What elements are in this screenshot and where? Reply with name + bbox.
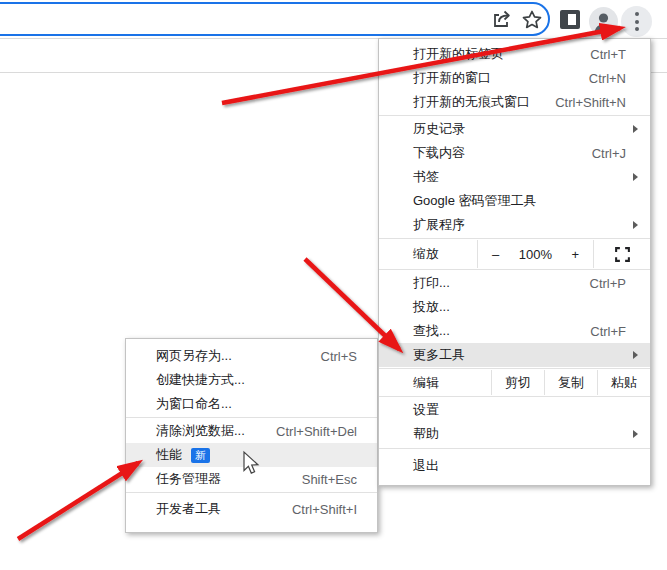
menu-item-label: 清除浏览数据... xyxy=(156,422,245,440)
menu-item-label: 扩展程序 xyxy=(413,216,465,234)
menu-item-label: 创建快捷方式... xyxy=(156,371,245,389)
menu-item-print[interactable]: 打印... Ctrl+P xyxy=(379,271,650,295)
menu-item-label: 打开新的窗口 xyxy=(413,69,491,87)
fullscreen-button[interactable] xyxy=(594,240,650,268)
menu-item-shortcut: Ctrl+Shift+I xyxy=(292,502,357,517)
menu-item-create-shortcut[interactable]: 创建快捷方式... xyxy=(126,368,377,392)
submenu-arrow-icon xyxy=(633,351,638,359)
menu-item-save-page[interactable]: 网页另存为... Ctrl+S xyxy=(126,344,377,368)
menu-separator xyxy=(379,238,650,239)
zoom-in-button[interactable]: + xyxy=(571,247,579,262)
menu-item-task-manager[interactable]: 任务管理器 Shift+Esc xyxy=(126,467,377,491)
zoom-label: 缩放 xyxy=(379,240,477,268)
menu-item-bookmarks[interactable]: 书签 xyxy=(379,165,650,189)
menu-item-performance[interactable]: 性能 新 xyxy=(126,443,377,467)
menu-item-label: 任务管理器 xyxy=(156,470,221,488)
submenu-arrow-icon xyxy=(633,430,638,438)
profile-button[interactable] xyxy=(589,7,618,36)
menu-item-settings[interactable]: 设置 xyxy=(379,398,650,422)
copy-button[interactable]: 复制 xyxy=(544,370,597,395)
menu-item-label: 书签 xyxy=(413,168,439,186)
menu-item-shortcut: Ctrl+J xyxy=(592,146,626,161)
fullscreen-icon xyxy=(615,247,630,262)
menu-item-label: 为窗口命名... xyxy=(156,395,232,413)
zoom-row: 缩放 – 100% + xyxy=(379,240,650,268)
menu-item-exit[interactable]: 退出 xyxy=(379,451,650,481)
menu-item-new-incognito-window[interactable]: 打开新的无痕式窗口 Ctrl+Shift+N xyxy=(379,90,650,114)
menu-item-label: 历史记录 xyxy=(413,120,465,138)
submenu-arrow-icon xyxy=(633,221,638,229)
zoom-level: 100% xyxy=(519,247,552,262)
menu-item-new-tab[interactable]: 打开新的标签页 Ctrl+T xyxy=(379,42,650,66)
menu-separator xyxy=(379,368,650,369)
menu-item-label: 打开新的标签页 xyxy=(413,45,504,63)
more-menu-button[interactable] xyxy=(621,6,652,37)
menu-item-extensions[interactable]: 扩展程序 xyxy=(379,213,650,237)
edit-label: 编辑 xyxy=(379,370,491,395)
menu-item-label: 设置 xyxy=(413,401,439,419)
share-button[interactable] xyxy=(490,8,514,30)
menu-item-shortcut: Ctrl+Shift+Del xyxy=(276,424,357,439)
star-icon xyxy=(522,10,542,29)
profile-icon xyxy=(589,7,618,36)
menu-separator xyxy=(379,448,650,449)
submenu-arrow-icon xyxy=(633,173,638,181)
arrow-to-performance xyxy=(18,463,138,539)
menu-item-find[interactable]: 查找... Ctrl+F xyxy=(379,319,650,343)
menu-item-downloads[interactable]: 下载内容 Ctrl+J xyxy=(379,141,650,165)
menu-item-more-tools[interactable]: 更多工具 xyxy=(379,343,650,367)
menu-separator xyxy=(379,115,650,116)
menu-item-label: 打印... xyxy=(413,274,450,292)
menu-item-shortcut: Shift+Esc xyxy=(302,472,357,487)
browser-window: 网页另存为... Ctrl+S 创建快捷方式... 为窗口命名... 清除浏览数… xyxy=(0,0,667,570)
menu-item-help[interactable]: 帮助 xyxy=(379,422,650,446)
more-menu-icon xyxy=(635,12,639,16)
menu-item-label: 查找... xyxy=(413,322,450,340)
menu-item-label: Google 密码管理工具 xyxy=(413,192,537,210)
menu-item-label: 帮助 xyxy=(413,425,439,443)
menu-separator xyxy=(126,417,377,418)
menu-item-new-window[interactable]: 打开新的窗口 Ctrl+N xyxy=(379,66,650,90)
menu-item-password-manager[interactable]: Google 密码管理工具 xyxy=(379,189,650,213)
menu-item-shortcut: Ctrl+S xyxy=(321,349,357,364)
menu-item-label: 性能 xyxy=(156,446,182,464)
menu-item-label: 开发者工具 xyxy=(156,500,221,518)
menu-item-shortcut: Ctrl+Shift+N xyxy=(555,95,626,110)
menu-item-developer-tools[interactable]: 开发者工具 Ctrl+Shift+I xyxy=(126,494,377,524)
menu-item-name-window[interactable]: 为窗口命名... xyxy=(126,392,377,416)
side-panel-icon xyxy=(568,14,576,25)
menu-item-shortcut: Ctrl+F xyxy=(590,324,626,339)
menu-item-shortcut: Ctrl+T xyxy=(590,47,626,62)
chrome-main-menu: 打开新的标签页 Ctrl+T 打开新的窗口 Ctrl+N 打开新的无痕式窗口 C… xyxy=(378,38,651,486)
menu-separator xyxy=(126,492,377,493)
cut-button[interactable]: 剪切 xyxy=(491,370,544,395)
new-badge: 新 xyxy=(191,448,210,463)
share-icon xyxy=(491,9,513,29)
menu-item-label: 打开新的无痕式窗口 xyxy=(413,93,530,111)
menu-separator xyxy=(379,396,650,397)
menu-item-history[interactable]: 历史记录 xyxy=(379,117,650,141)
bookmark-button[interactable] xyxy=(521,9,543,29)
zoom-out-button[interactable]: – xyxy=(492,247,499,262)
menu-item-cast[interactable]: 投放... xyxy=(379,295,650,319)
paste-button[interactable]: 粘贴 xyxy=(597,370,650,395)
menu-item-label: 更多工具 xyxy=(413,346,465,364)
edit-row: 编辑 剪切 复制 粘贴 xyxy=(379,370,650,395)
menu-item-label: 退出 xyxy=(413,457,439,475)
menu-separator xyxy=(379,269,650,270)
menu-item-clear-browsing-data[interactable]: 清除浏览数据... Ctrl+Shift+Del xyxy=(126,419,377,443)
side-panel-button[interactable] xyxy=(560,10,580,29)
menu-item-label: 投放... xyxy=(413,298,450,316)
address-bar[interactable] xyxy=(0,2,550,36)
menu-item-label: 下载内容 xyxy=(413,144,465,162)
menu-item-shortcut: Ctrl+P xyxy=(590,276,626,291)
menu-item-label: 网页另存为... xyxy=(156,347,232,365)
menu-item-shortcut: Ctrl+N xyxy=(589,71,626,86)
more-tools-submenu: 网页另存为... Ctrl+S 创建快捷方式... 为窗口命名... 清除浏览数… xyxy=(125,338,378,533)
submenu-arrow-icon xyxy=(633,125,638,133)
